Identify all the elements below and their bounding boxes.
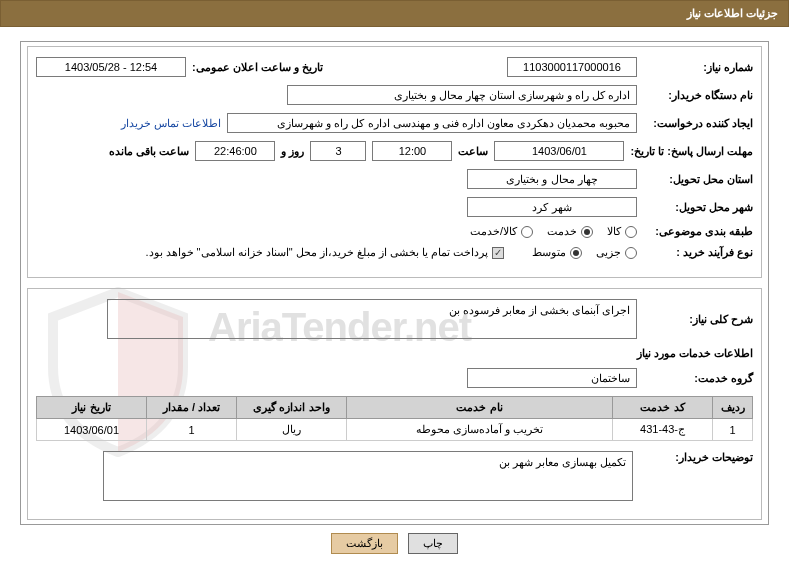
radio-icon bbox=[581, 226, 593, 238]
field-remain-clock: 22:46:00 bbox=[195, 141, 275, 161]
radio-kala[interactable]: کالا bbox=[607, 225, 637, 238]
label-request-no: شماره نیاز: bbox=[643, 61, 753, 74]
label-service-group: گروه خدمت: bbox=[643, 372, 753, 385]
td-unit: ریال bbox=[237, 419, 347, 441]
th-idx: ردیف bbox=[713, 397, 753, 419]
radio-label: خدمت bbox=[547, 225, 577, 238]
radio-icon bbox=[625, 247, 637, 259]
td-date: 1403/06/01 bbox=[37, 419, 147, 441]
checkbox-icon: ✓ bbox=[492, 247, 504, 259]
page-title: جزئیات اطلاعات نیاز bbox=[687, 7, 778, 19]
label-announce-dt: تاریخ و ساعت اعلان عمومی: bbox=[192, 61, 323, 74]
radio-label: کالا bbox=[607, 225, 621, 238]
radio-kala-khedmat[interactable]: کالا/خدمت bbox=[470, 225, 533, 238]
label-services-info: اطلاعات خدمات مورد نیاز bbox=[36, 347, 753, 360]
link-buyer-contact[interactable]: اطلاعات تماس خریدار bbox=[121, 117, 221, 130]
title-bar: جزئیات اطلاعات نیاز bbox=[0, 0, 789, 27]
th-qty: تعداد / مقدار bbox=[147, 397, 237, 419]
label-delivery-city: شهر محل تحویل: bbox=[643, 201, 753, 214]
label-time-remain: ساعت باقی مانده bbox=[109, 145, 189, 158]
field-deadline-date: 1403/06/01 bbox=[494, 141, 624, 161]
field-creator: محبوبه محمدیان دهکردی معاون اداره فنی و … bbox=[227, 113, 637, 133]
services-panel: شرح کلی نیاز: اجرای آبنمای بخشی از معابر… bbox=[27, 288, 762, 520]
td-qty: 1 bbox=[147, 419, 237, 441]
main-panel: AriaTender.net شماره نیاز: 1103000117000… bbox=[20, 41, 769, 525]
radio-icon bbox=[570, 247, 582, 259]
label-days-remain: روز و bbox=[281, 145, 304, 158]
field-delivery-city: شهر کرد bbox=[467, 197, 637, 217]
check-payment[interactable]: ✓ پرداخت تمام یا بخشی از مبلغ خرید،از مح… bbox=[145, 246, 504, 259]
table-header-row: ردیف کد خدمت نام خدمت واحد اندازه گیری ت… bbox=[37, 397, 753, 419]
radio-icon bbox=[625, 226, 637, 238]
field-need-desc: اجرای آبنمای بخشی از معابر فرسوده بن bbox=[107, 299, 637, 339]
label-delivery-province: استان محل تحویل: bbox=[643, 173, 753, 186]
radio-label: جزیی bbox=[596, 246, 621, 259]
radio-label: متوسط bbox=[532, 246, 566, 259]
label-hour: ساعت bbox=[458, 145, 488, 158]
subject-class-radios: کالا خدمت کالا/خدمت bbox=[470, 225, 637, 238]
field-delivery-province: چهار محال و بختیاری bbox=[467, 169, 637, 189]
print-button[interactable]: چاپ bbox=[408, 533, 458, 554]
td-name: تخریب و آماده‌سازی محوطه bbox=[347, 419, 613, 441]
radio-label: کالا/خدمت bbox=[470, 225, 517, 238]
check-label: پرداخت تمام یا بخشی از مبلغ خرید،از محل … bbox=[145, 246, 488, 259]
label-need-desc: شرح کلی نیاز: bbox=[643, 313, 753, 326]
radio-motavaset[interactable]: متوسط bbox=[532, 246, 582, 259]
field-remain-days: 3 bbox=[310, 141, 366, 161]
label-deadline: مهلت ارسال پاسخ: تا تاریخ: bbox=[630, 145, 753, 158]
field-buyer-notes: تکمیل بهسازی معابر شهر بن bbox=[103, 451, 633, 501]
label-subject-class: طبقه بندی موضوعی: bbox=[643, 225, 753, 238]
th-code: کد خدمت bbox=[613, 397, 713, 419]
field-deadline-time: 12:00 bbox=[372, 141, 452, 161]
label-buyer-org: نام دستگاه خریدار: bbox=[643, 89, 753, 102]
th-unit: واحد اندازه گیری bbox=[237, 397, 347, 419]
field-announce-dt: 1403/05/28 - 12:54 bbox=[36, 57, 186, 77]
field-service-group: ساختمان bbox=[467, 368, 637, 388]
table-row: 1 ج-43-431 تخریب و آماده‌سازی محوطه ریال… bbox=[37, 419, 753, 441]
radio-icon bbox=[521, 226, 533, 238]
th-name: نام خدمت bbox=[347, 397, 613, 419]
label-buyer-notes: توضیحات خریدار: bbox=[643, 451, 753, 464]
field-buyer-org: اداره کل راه و شهرسازی استان چهار محال و… bbox=[287, 85, 637, 105]
th-date: تاریخ نیاز bbox=[37, 397, 147, 419]
label-creator: ایجاد کننده درخواست: bbox=[643, 117, 753, 130]
back-button[interactable]: بازگشت bbox=[331, 533, 398, 554]
field-request-no: 1103000117000016 bbox=[507, 57, 637, 77]
td-idx: 1 bbox=[713, 419, 753, 441]
radio-khedmat[interactable]: خدمت bbox=[547, 225, 593, 238]
inner-panel: AriaTender.net شماره نیاز: 1103000117000… bbox=[27, 46, 762, 278]
services-table: ردیف کد خدمت نام خدمت واحد اندازه گیری ت… bbox=[36, 396, 753, 441]
purchase-type-radios: جزیی متوسط bbox=[532, 246, 637, 259]
label-purchase-type: نوع فرآیند خرید : bbox=[643, 246, 753, 259]
td-code: ج-43-431 bbox=[613, 419, 713, 441]
radio-jozi[interactable]: جزیی bbox=[596, 246, 637, 259]
buttons-row: چاپ بازگشت bbox=[0, 533, 789, 554]
